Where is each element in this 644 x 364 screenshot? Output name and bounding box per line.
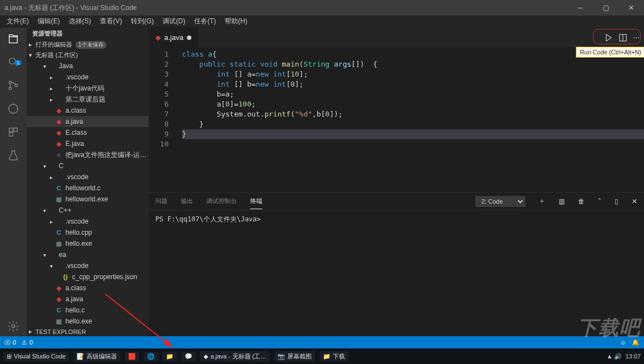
chevron-icon: ▸ xyxy=(48,174,54,180)
settings-icon[interactable] xyxy=(7,320,20,333)
menu-select[interactable]: 选择(S) xyxy=(64,17,95,26)
panel-tab-debug[interactable]: 调试控制台 xyxy=(206,194,237,209)
workspace-header[interactable]: ▾ 无标题 (工作区) xyxy=(27,50,149,60)
menu-goto[interactable]: 转到(G) xyxy=(126,17,158,26)
taskbar-item[interactable]: ⊞ Visual Studio Code xyxy=(3,352,69,361)
tree-item-label: .vscode xyxy=(65,218,88,225)
tab-a-java[interactable]: ◆ a.java xyxy=(149,28,198,47)
file-row[interactable]: ▦helloworld.exe xyxy=(27,194,149,205)
fold-file-icon xyxy=(54,217,63,226)
folder-row[interactable]: ▾Java xyxy=(27,60,149,72)
scm-badge: 1 xyxy=(14,60,22,65)
tree-item-label: 十个java代码 xyxy=(65,84,104,93)
editor-tabs: ◆ a.java ⋯ Run Code (Ctrl+Alt+N) xyxy=(149,28,644,47)
terminal-selector[interactable]: 2: Code xyxy=(475,196,525,207)
tree-item-label: a.java xyxy=(65,118,83,125)
svg-point-1 xyxy=(9,81,12,84)
file-row[interactable]: Chello.c xyxy=(27,305,149,316)
folder-row[interactable]: ▾.vscode xyxy=(27,260,149,271)
chevron-right-icon: ▸ xyxy=(29,41,36,48)
kill-terminal-icon[interactable]: 🗑 xyxy=(578,198,585,205)
chevron-icon: ▸ xyxy=(48,74,54,80)
menu-tasks[interactable]: 任务(T) xyxy=(190,17,220,26)
status-warnings[interactable]: ⚠ 0 xyxy=(22,339,33,346)
file-row[interactable]: {}c_cpp_properties.json xyxy=(27,271,149,282)
taskbar-item[interactable]: 💬 xyxy=(181,352,196,361)
file-row[interactable]: Chello.cpp xyxy=(27,227,149,238)
panel-tab-terminal[interactable]: 终端 xyxy=(250,194,262,209)
taskbar-item[interactable]: 📷 屏幕截图 xyxy=(274,351,315,362)
svg-point-2 xyxy=(9,87,12,90)
new-terminal-icon[interactable]: ＋ xyxy=(539,196,545,206)
file-row[interactable]: ▦hello.exe xyxy=(27,316,149,327)
java-file-icon: ◆ xyxy=(155,33,161,42)
menu-view[interactable]: 查看(V) xyxy=(95,17,126,26)
code-editor[interactable]: 12345678910 class a{ public static void … xyxy=(149,47,644,192)
folder-row[interactable]: ▾ea xyxy=(27,249,149,260)
file-row[interactable]: Chelloworld.c xyxy=(27,183,149,194)
file-row[interactable]: ▦hello.exe xyxy=(27,238,149,249)
tree-item-label: .vscode xyxy=(65,262,88,270)
code-content[interactable]: class a{ public static void main(String … xyxy=(175,47,644,192)
tree-item-label: a.class xyxy=(65,284,86,292)
file-row[interactable]: ◆E.java xyxy=(27,138,149,149)
editor-area: ◆ a.java ⋯ Run Code (Ctrl+Alt+N) 1234567… xyxy=(149,28,644,336)
panel-maximize-icon[interactable]: ˄ xyxy=(598,198,601,205)
activity-bar: 1 xyxy=(0,28,27,336)
system-tray[interactable]: ▲ 🔊 13:07 xyxy=(607,353,641,360)
file-row[interactable]: ≡把java文件拖这里编译-运… xyxy=(27,149,149,160)
menu-debug[interactable]: 调试(D) xyxy=(158,17,190,26)
explorer-icon[interactable] xyxy=(7,32,20,46)
chevron-icon: ▾ xyxy=(41,163,48,169)
taskbar-item[interactable]: 📁 下载 xyxy=(320,351,348,362)
test-icon[interactable] xyxy=(7,149,20,162)
folder-row[interactable]: ▸.vscode xyxy=(27,72,149,83)
taskbar-item[interactable]: 📝 高级编辑器 xyxy=(73,351,120,362)
folder-row[interactable]: ▾C++ xyxy=(27,205,149,216)
panel-close-icon[interactable]: ✕ xyxy=(632,198,637,205)
folder-row[interactable]: ▸.vscode xyxy=(27,216,149,227)
folder-row[interactable]: ▸.vscode xyxy=(27,171,149,183)
window-close-button[interactable]: ✕ xyxy=(618,0,644,16)
panel-tab-output[interactable]: 输出 xyxy=(181,194,193,209)
debug-icon[interactable] xyxy=(7,102,20,115)
split-terminal-icon[interactable]: ▥ xyxy=(559,198,565,205)
terminal[interactable]: PS F:\qq107\个人文件夹\Java> xyxy=(149,210,644,336)
open-editors-header[interactable]: ▸ 打开的编辑器 1个未保存 xyxy=(27,39,149,50)
file-row[interactable]: ◆a.class xyxy=(27,105,149,116)
panel-tabs: 问题 输出 调试控制台 终端 2: Code ＋ ▥ 🗑 ˄ ▯ ✕ xyxy=(149,193,644,210)
more-icon[interactable]: ⋯ xyxy=(633,34,640,42)
test-explorer-header[interactable]: ▸ TEST EXPLORER xyxy=(27,327,149,336)
file-row[interactable]: ◆a.java xyxy=(27,116,149,127)
tree-item-label: C++ xyxy=(59,206,72,214)
split-editor-icon[interactable] xyxy=(618,33,627,42)
status-bell-icon[interactable]: 🔔 xyxy=(632,339,640,346)
scm-icon[interactable] xyxy=(7,79,20,92)
chevron-icon: ▾ xyxy=(41,208,48,214)
fold-file-icon xyxy=(54,173,63,181)
panel-move-icon[interactable]: ▯ xyxy=(615,198,618,205)
run-code-icon[interactable] xyxy=(604,33,613,42)
folder-row[interactable]: ▸第二章课后题 xyxy=(27,94,149,105)
menu-file[interactable]: 文件(E) xyxy=(2,17,33,26)
folder-row[interactable]: ▾C xyxy=(27,160,149,171)
taskbar-item[interactable]: 🌐 xyxy=(144,352,158,361)
folder-row[interactable]: ▸十个java代码 xyxy=(27,83,149,94)
taskbar-item[interactable]: 📁 xyxy=(163,352,177,361)
os-taskbar: ⊞ Visual Studio Code 📝 高级编辑器 🟥 🌐 📁 💬 ◆ a… xyxy=(0,348,644,364)
file-row[interactable]: ◆a.java xyxy=(27,294,149,305)
window-max-button[interactable]: ▢ xyxy=(593,0,618,16)
taskbar-item[interactable]: ◆ a.java - 无标题 (工… xyxy=(200,351,270,362)
tab-label: a.java xyxy=(164,33,184,42)
extensions-icon[interactable] xyxy=(7,125,20,139)
window-min-button[interactable]: ─ xyxy=(567,0,593,16)
menu-edit[interactable]: 编辑(E) xyxy=(33,17,64,26)
svg-rect-6 xyxy=(14,128,17,132)
panel-tab-problems[interactable]: 问题 xyxy=(155,194,168,209)
file-row[interactable]: ◆a.class xyxy=(27,282,149,294)
status-errors[interactable]: ⓧ 0 xyxy=(4,338,16,347)
taskbar-item[interactable]: 🟥 xyxy=(125,352,139,361)
status-feedback-icon[interactable]: ☺ xyxy=(620,339,626,346)
menu-help[interactable]: 帮助(H) xyxy=(220,17,252,26)
file-row[interactable]: ◆E.class xyxy=(27,127,149,138)
